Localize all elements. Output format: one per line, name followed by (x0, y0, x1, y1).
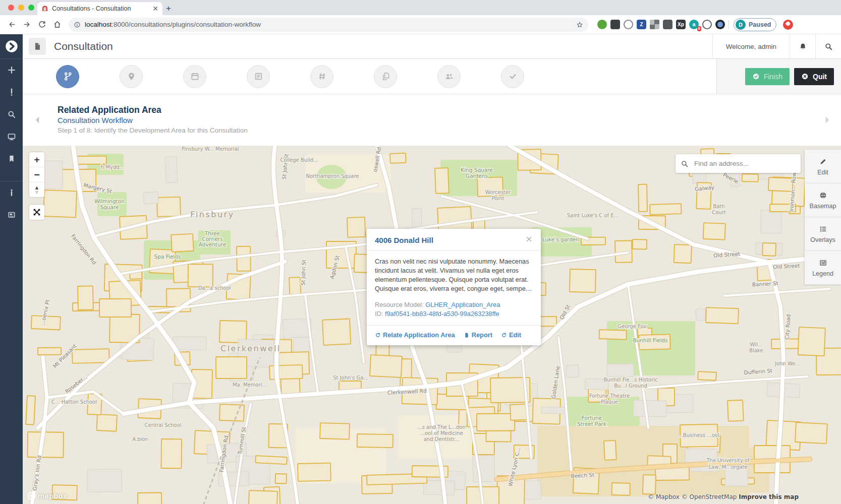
step-numbers[interactable] (310, 65, 333, 88)
sidebar-item-notifications[interactable] (0, 81, 23, 103)
step-dates[interactable] (183, 65, 206, 88)
profile-status: Paused (749, 21, 771, 28)
relate-application-area-link[interactable]: Relate Application Area (375, 331, 455, 339)
map-building (173, 337, 206, 350)
site-info-icon[interactable] (74, 21, 81, 28)
maximize-window-button[interactable] (28, 5, 34, 11)
map-building (161, 439, 182, 468)
fullscreen-button[interactable] (29, 205, 44, 220)
map-tool-overlays[interactable]: Overlays (805, 217, 841, 251)
calendar-icon (190, 72, 200, 81)
map-building (138, 493, 161, 504)
search-button[interactable] (815, 34, 841, 58)
grid-ext[interactable] (650, 20, 659, 29)
reload-button[interactable] (35, 18, 48, 31)
map-attribution: © Mapbox © OpenStreetMap Improve this ma… (648, 493, 799, 500)
perch-ext[interactable] (663, 20, 672, 29)
sidebar-item-search[interactable] (0, 103, 23, 125)
edit-link[interactable]: Edit (501, 331, 521, 339)
quit-button[interactable]: Quit (794, 68, 834, 85)
address-bar[interactable]: localhost:8000/consultations/plugins/con… (69, 18, 588, 32)
map-building (38, 348, 61, 355)
resource-document-button[interactable] (29, 38, 46, 55)
map-zoom-control: + − ▲ ▼ (29, 152, 44, 197)
dark-ext[interactable] (610, 20, 620, 29)
step-complete[interactable] (501, 65, 524, 88)
step-documents[interactable] (374, 65, 397, 88)
close-window-button[interactable] (8, 5, 14, 11)
globe-ext[interactable] (715, 20, 725, 29)
sidebar-item-bookmarks[interactable] (0, 148, 23, 170)
map-label: and Dentistr... (424, 436, 460, 442)
map-label: College Build... (280, 157, 318, 163)
profile-chip[interactable]: D Paused (734, 18, 776, 31)
step-details[interactable] (247, 65, 270, 88)
popup-close-icon[interactable] (525, 234, 534, 243)
home-icon (53, 20, 62, 29)
previous-step-button[interactable] (32, 114, 43, 125)
a-ext[interactable]: a9 (689, 20, 699, 29)
zoom-in-button[interactable]: + (29, 152, 44, 167)
traffic-lights[interactable] (8, 5, 34, 11)
map-label: Beech St (571, 472, 594, 479)
outline-ext[interactable] (702, 20, 712, 29)
step-location[interactable] (120, 65, 143, 88)
sidebar-item-desktop[interactable] (0, 125, 23, 148)
finish-button[interactable]: Finish (745, 68, 790, 85)
resource-model-link[interactable]: GLHER_Application_Area (425, 301, 500, 308)
minimize-window-button[interactable] (18, 5, 24, 11)
mapbox-attribution-link[interactable]: © Mapbox (648, 493, 680, 500)
step-contacts[interactable] (437, 65, 461, 88)
resource-id-link[interactable]: f9af0541-bb83-48fd-a530-99a263238ffe (385, 310, 499, 318)
osm-attribution-link[interactable]: © OpenStreetMap (682, 493, 737, 500)
sidebar-item-media[interactable] (0, 204, 23, 226)
address-search-input[interactable] (693, 159, 796, 168)
browser-tab[interactable]: Consultations - Consultation ✕ (37, 2, 162, 15)
sidebar-item-info[interactable] (0, 181, 23, 204)
map-label: Fortune Theatre (589, 393, 630, 399)
browser-menu-button[interactable] (783, 20, 793, 30)
workflow-nav: Related Application Area Consultation Wo… (23, 94, 841, 146)
step-related-application-area[interactable] (56, 65, 79, 88)
map-tool-legend[interactable]: Legend (805, 251, 841, 285)
popup-actions: Relate Application AreaReportEdit (367, 325, 541, 345)
map-building (650, 204, 682, 215)
welcome-user[interactable]: Welcome, admin (712, 34, 790, 58)
sidebar-toggle[interactable] (0, 34, 23, 58)
map-label: Gardens (466, 173, 488, 179)
compass-button[interactable]: ▲ ▼ (29, 182, 44, 197)
map-building (566, 365, 579, 377)
map-tools-panel: EditBasemapOverlaysLegend (805, 150, 841, 285)
magnifier-icon (7, 110, 16, 119)
improve-map-link[interactable]: Improve this map (739, 493, 799, 500)
map-label: Clerkenwell (220, 344, 281, 353)
tab-title: Consultations - Consultation (52, 5, 149, 12)
new-tab-button[interactable]: + (162, 3, 175, 15)
next-step-button[interactable] (822, 114, 833, 125)
bookmark-star-icon[interactable] (576, 21, 583, 28)
forward-button[interactable] (20, 18, 33, 31)
check-icon (508, 72, 518, 81)
sidebar-item-add[interactable] (0, 59, 23, 81)
files-icon (381, 72, 390, 81)
back-button[interactable] (5, 18, 18, 31)
ring-ext[interactable] (624, 20, 633, 29)
map-building (633, 400, 666, 417)
map-building (171, 234, 194, 252)
mapbox-logo[interactable]: mapbox (28, 492, 68, 500)
zoom-out-button[interactable]: − (29, 167, 44, 182)
layers-list-icon (819, 225, 827, 233)
home-button[interactable] (50, 18, 64, 31)
map-label: Court (712, 210, 726, 215)
z-ext[interactable]: Z (637, 20, 646, 29)
map-building (570, 269, 596, 292)
map-building (771, 339, 800, 349)
map-tool-edit[interactable]: Edit (805, 150, 841, 183)
report-link[interactable]: Report (464, 331, 492, 339)
map-canvas[interactable]: FinsburyClerkenwellKing SquareGardenss L… (23, 146, 841, 504)
tab-close-icon[interactable]: ✕ (152, 5, 158, 12)
evernote-ext[interactable] (597, 20, 607, 29)
notifications-button[interactable] (790, 34, 815, 58)
xp-ext[interactable]: Xp (676, 20, 686, 29)
map-tool-basemap[interactable]: Basemap (805, 183, 841, 217)
